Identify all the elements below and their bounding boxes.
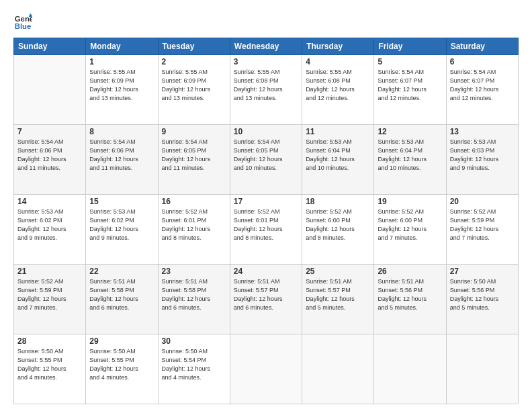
week-row-3: 14Sunrise: 5:53 AMSunset: 6:02 PMDayligh… <box>14 195 519 265</box>
calendar-cell: 23Sunrise: 5:51 AMSunset: 5:58 PMDayligh… <box>158 265 230 334</box>
calendar-cell <box>302 334 374 404</box>
calendar-cell: 7Sunrise: 5:54 AMSunset: 6:06 PMDaylight… <box>14 125 86 195</box>
svg-text:Blue: Blue <box>15 22 32 30</box>
calendar-cell: 6Sunrise: 5:54 AMSunset: 6:07 PMDaylight… <box>446 55 518 125</box>
calendar-cell: 18Sunrise: 5:52 AMSunset: 6:00 PMDayligh… <box>302 195 374 265</box>
weekday-header-saturday: Saturday <box>446 38 518 55</box>
calendar-cell: 30Sunrise: 5:50 AMSunset: 5:54 PMDayligh… <box>158 334 230 404</box>
day-info: Sunrise: 5:54 AMSunset: 6:06 PMDaylight:… <box>17 138 82 173</box>
calendar-cell: 8Sunrise: 5:54 AMSunset: 6:06 PMDaylight… <box>86 125 158 195</box>
day-number: 17 <box>234 197 298 206</box>
day-info: Sunrise: 5:52 AMSunset: 6:01 PMDaylight:… <box>234 208 298 242</box>
calendar-cell: 17Sunrise: 5:52 AMSunset: 6:01 PMDayligh… <box>230 195 302 265</box>
day-number: 29 <box>89 336 154 346</box>
day-number: 19 <box>378 197 442 206</box>
day-number: 7 <box>17 127 82 136</box>
logo: General Blue <box>13 12 35 31</box>
day-info: Sunrise: 5:52 AMSunset: 5:59 PMDaylight:… <box>450 208 515 242</box>
day-number: 8 <box>89 127 154 136</box>
day-number: 27 <box>450 267 515 276</box>
day-info: Sunrise: 5:54 AMSunset: 6:05 PMDaylight:… <box>234 138 298 173</box>
calendar-cell: 11Sunrise: 5:53 AMSunset: 6:04 PMDayligh… <box>302 125 374 195</box>
week-row-1: 1Sunrise: 5:55 AMSunset: 6:09 PMDaylight… <box>14 55 519 125</box>
day-number: 3 <box>234 57 298 66</box>
day-info: Sunrise: 5:51 AMSunset: 5:57 PMDaylight:… <box>306 277 370 312</box>
calendar-cell: 1Sunrise: 5:55 AMSunset: 6:09 PMDaylight… <box>86 55 158 125</box>
calendar-cell: 22Sunrise: 5:51 AMSunset: 5:58 PMDayligh… <box>86 265 158 334</box>
calendar-cell: 9Sunrise: 5:54 AMSunset: 6:05 PMDaylight… <box>158 125 230 195</box>
day-number: 12 <box>378 127 442 136</box>
calendar-cell: 15Sunrise: 5:53 AMSunset: 6:02 PMDayligh… <box>86 195 158 265</box>
day-info: Sunrise: 5:50 AMSunset: 5:54 PMDaylight:… <box>162 347 226 382</box>
day-number: 24 <box>234 267 298 276</box>
weekday-header-thursday: Thursday <box>302 38 374 55</box>
day-number: 25 <box>306 267 370 276</box>
calendar-cell: 26Sunrise: 5:51 AMSunset: 5:56 PMDayligh… <box>374 265 446 334</box>
day-info: Sunrise: 5:55 AMSunset: 6:09 PMDaylight:… <box>89 68 154 103</box>
calendar-cell: 19Sunrise: 5:52 AMSunset: 6:00 PMDayligh… <box>374 195 446 265</box>
calendar-cell: 27Sunrise: 5:50 AMSunset: 5:56 PMDayligh… <box>446 265 518 334</box>
calendar-cell: 21Sunrise: 5:52 AMSunset: 5:59 PMDayligh… <box>14 265 86 334</box>
day-info: Sunrise: 5:53 AMSunset: 6:02 PMDaylight:… <box>17 208 82 242</box>
calendar-cell: 24Sunrise: 5:51 AMSunset: 5:57 PMDayligh… <box>230 265 302 334</box>
day-number: 18 <box>306 197 370 206</box>
day-number: 4 <box>306 57 370 66</box>
calendar-cell: 16Sunrise: 5:52 AMSunset: 6:01 PMDayligh… <box>158 195 230 265</box>
header: General Blue <box>13 12 519 31</box>
day-info: Sunrise: 5:52 AMSunset: 6:00 PMDaylight:… <box>306 208 370 242</box>
day-info: Sunrise: 5:52 AMSunset: 6:01 PMDaylight:… <box>162 208 226 242</box>
week-row-2: 7Sunrise: 5:54 AMSunset: 6:06 PMDaylight… <box>14 125 519 195</box>
weekday-header-wednesday: Wednesday <box>230 38 302 55</box>
day-info: Sunrise: 5:50 AMSunset: 5:55 PMDaylight:… <box>17 347 82 382</box>
day-number: 1 <box>89 57 154 66</box>
weekday-header-sunday: Sunday <box>14 38 86 55</box>
calendar-cell <box>374 334 446 404</box>
calendar-cell: 12Sunrise: 5:53 AMSunset: 6:04 PMDayligh… <box>374 125 446 195</box>
day-number: 23 <box>162 267 226 276</box>
day-number: 9 <box>162 127 226 136</box>
day-info: Sunrise: 5:51 AMSunset: 5:58 PMDaylight:… <box>89 277 154 312</box>
calendar-cell: 28Sunrise: 5:50 AMSunset: 5:55 PMDayligh… <box>14 334 86 404</box>
day-number: 20 <box>450 197 515 206</box>
day-number: 2 <box>162 57 226 66</box>
day-number: 28 <box>17 336 82 346</box>
day-info: Sunrise: 5:53 AMSunset: 6:04 PMDaylight:… <box>378 138 442 173</box>
day-number: 21 <box>17 267 82 276</box>
week-row-4: 21Sunrise: 5:52 AMSunset: 5:59 PMDayligh… <box>14 265 519 334</box>
calendar-cell <box>446 334 518 404</box>
day-number: 5 <box>378 57 442 66</box>
day-number: 15 <box>89 197 154 206</box>
day-info: Sunrise: 5:52 AMSunset: 6:00 PMDaylight:… <box>378 208 442 242</box>
day-info: Sunrise: 5:53 AMSunset: 6:02 PMDaylight:… <box>89 208 154 242</box>
day-number: 10 <box>234 127 298 136</box>
calendar-cell: 25Sunrise: 5:51 AMSunset: 5:57 PMDayligh… <box>302 265 374 334</box>
day-info: Sunrise: 5:55 AMSunset: 6:08 PMDaylight:… <box>234 68 298 103</box>
day-number: 26 <box>378 267 442 276</box>
day-number: 14 <box>17 197 82 206</box>
calendar-cell <box>14 55 86 125</box>
day-info: Sunrise: 5:54 AMSunset: 6:05 PMDaylight:… <box>162 138 226 173</box>
day-number: 30 <box>162 336 226 346</box>
weekday-header-tuesday: Tuesday <box>158 38 230 55</box>
calendar-cell: 2Sunrise: 5:55 AMSunset: 6:09 PMDaylight… <box>158 55 230 125</box>
calendar-cell: 13Sunrise: 5:53 AMSunset: 6:03 PMDayligh… <box>446 125 518 195</box>
calendar-cell: 4Sunrise: 5:55 AMSunset: 6:08 PMDaylight… <box>302 55 374 125</box>
day-number: 11 <box>306 127 370 136</box>
calendar-cell: 3Sunrise: 5:55 AMSunset: 6:08 PMDaylight… <box>230 55 302 125</box>
calendar-cell: 14Sunrise: 5:53 AMSunset: 6:02 PMDayligh… <box>14 195 86 265</box>
calendar-cell <box>230 334 302 404</box>
week-row-5: 28Sunrise: 5:50 AMSunset: 5:55 PMDayligh… <box>14 334 519 404</box>
day-info: Sunrise: 5:54 AMSunset: 6:07 PMDaylight:… <box>378 68 442 103</box>
calendar-cell: 29Sunrise: 5:50 AMSunset: 5:55 PMDayligh… <box>86 334 158 404</box>
day-info: Sunrise: 5:55 AMSunset: 6:08 PMDaylight:… <box>306 68 370 103</box>
calendar-cell: 10Sunrise: 5:54 AMSunset: 6:05 PMDayligh… <box>230 125 302 195</box>
day-info: Sunrise: 5:51 AMSunset: 5:58 PMDaylight:… <box>162 277 226 312</box>
weekday-header-friday: Friday <box>374 38 446 55</box>
day-number: 6 <box>450 57 515 66</box>
logo-icon: General Blue <box>13 12 32 31</box>
day-info: Sunrise: 5:54 AMSunset: 6:07 PMDaylight:… <box>450 68 515 103</box>
day-info: Sunrise: 5:52 AMSunset: 5:59 PMDaylight:… <box>17 277 82 312</box>
weekday-header-monday: Monday <box>86 38 158 55</box>
day-info: Sunrise: 5:53 AMSunset: 6:04 PMDaylight:… <box>306 138 370 173</box>
day-number: 16 <box>162 197 226 206</box>
